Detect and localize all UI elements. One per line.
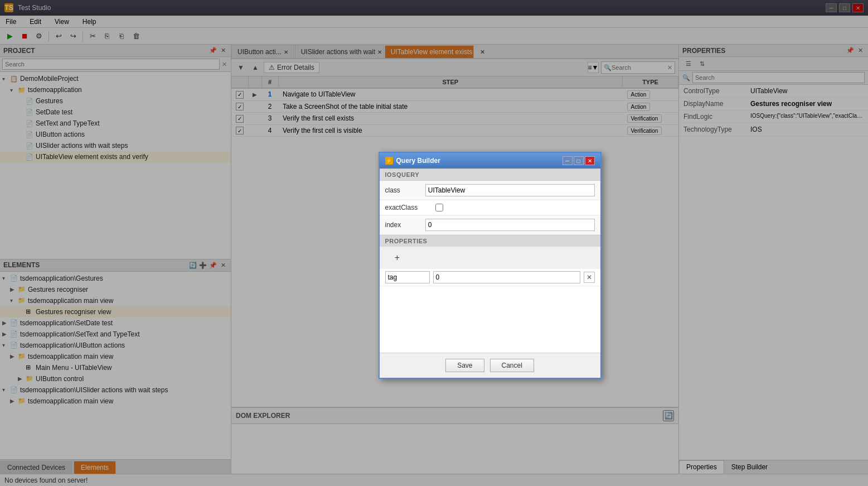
iosquery-section-header: IOSQUERY: [380, 169, 600, 181]
dialog-title-text: ⚡ Query Builder: [385, 157, 440, 165]
query-builder-dialog: ⚡ Query Builder ─ □ ✕ IOSQUERY class exa…: [379, 152, 602, 379]
dialog-overlay: ⚡ Query Builder ─ □ ✕ IOSQUERY class exa…: [0, 0, 868, 486]
dialog-field-class: class: [380, 181, 600, 200]
dialog-title-bar: ⚡ Query Builder ─ □ ✕: [380, 153, 600, 169]
dialog-icon: ⚡: [385, 157, 393, 165]
dialog-restore-button[interactable]: □: [574, 156, 584, 165]
property-row-tag: ✕: [380, 269, 600, 286]
dialog-empty-space: [380, 286, 600, 353]
field-input-class[interactable]: [425, 184, 595, 196]
dialog-footer: Save Cancel: [380, 353, 600, 378]
dialog-body: IOSQUERY class exactClass index PROPERTI…: [380, 169, 600, 378]
field-label-index: index: [385, 221, 425, 229]
dialog-save-button[interactable]: Save: [445, 359, 484, 372]
dialog-minimize-button[interactable]: ─: [562, 156, 573, 165]
prop-name-input-tag[interactable]: [385, 271, 430, 283]
field-label-class: class: [385, 186, 425, 194]
properties-section-header: PROPERTIES: [380, 235, 600, 247]
dialog-title-label: Query Builder: [396, 157, 440, 165]
prop-value-input-tag[interactable]: [433, 271, 580, 283]
field-label-exactclass: exactClass: [385, 204, 435, 211]
dialog-field-exactclass: exactClass: [380, 200, 600, 215]
dialog-field-index: index: [380, 215, 600, 235]
dialog-cancel-button[interactable]: Cancel: [490, 359, 534, 372]
add-property-button[interactable]: +: [391, 251, 404, 264]
dialog-close-button[interactable]: ✕: [585, 156, 595, 165]
field-checkbox-exactclass[interactable]: [435, 204, 443, 211]
field-input-index[interactable]: [425, 219, 595, 231]
dialog-window-controls: ─ □ ✕: [562, 156, 595, 165]
prop-delete-tag[interactable]: ✕: [584, 272, 595, 283]
